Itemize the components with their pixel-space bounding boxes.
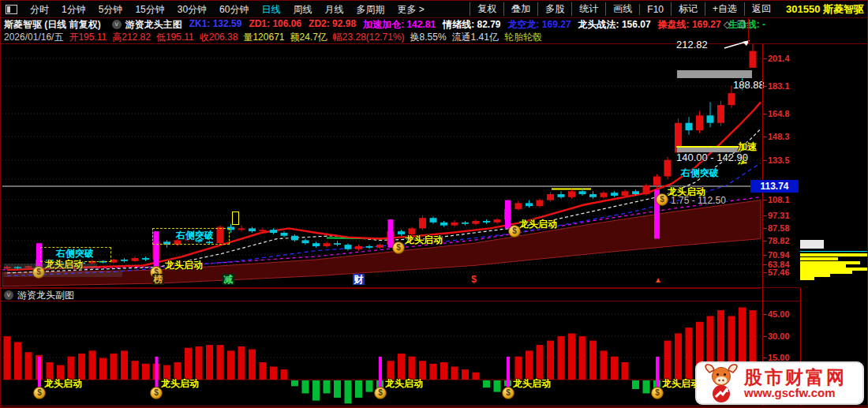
tab-timeframe-4[interactable]: 30分钟 <box>171 4 213 15</box>
indicator-bar <box>537 345 544 380</box>
window-icon[interactable] <box>6 5 17 14</box>
trading-app-window: 分时1分钟5分钟15分钟30分钟60分钟日线周线月线多周期更多 > 复权叠加多股… <box>0 0 868 408</box>
tab-timeframe-3[interactable]: 15分钟 <box>129 4 170 15</box>
toolbar-button-8[interactable]: 返回 <box>744 2 778 16</box>
toolbar-button-1[interactable]: 叠加 <box>503 2 537 16</box>
indicator-bar <box>494 380 501 392</box>
axis-tick <box>763 215 767 216</box>
tab-timeframe-8[interactable]: 月线 <box>318 4 350 15</box>
axis-label: 133.5 <box>768 155 790 165</box>
ohlc-field-1: 高212.82 <box>112 31 151 44</box>
indicator-bar <box>324 380 331 393</box>
ohlc-values: 开195.11高212.82低195.11收206.38量120671额24.7… <box>69 31 548 44</box>
candle <box>345 245 352 249</box>
axis-label: 183.1 <box>768 81 790 91</box>
tab-timeframe-9[interactable]: 多周期 <box>350 4 391 15</box>
arrow-icon <box>724 39 750 54</box>
axis-tick <box>763 160 767 161</box>
indicator-bar <box>196 346 203 380</box>
toolbar-button-5[interactable]: F10 <box>639 4 671 15</box>
tab-timeframe-5[interactable]: 60分钟 <box>213 4 255 15</box>
indicator-bar <box>185 348 192 380</box>
axis-tick <box>763 114 767 114</box>
panes-icon[interactable]: ❐ <box>737 19 746 30</box>
toolbar-button-6[interactable]: 标记 <box>671 2 705 16</box>
candle <box>324 243 331 246</box>
profile-bar <box>800 253 867 256</box>
indicator-bar <box>270 367 277 380</box>
indicator-bar <box>312 380 320 401</box>
indicator-bar <box>291 380 298 386</box>
diamond-icon[interactable]: ◇ <box>724 19 731 30</box>
profile-line-cyan <box>800 251 867 252</box>
collapse-main-icon[interactable]: ˅ <box>112 20 122 29</box>
toolbar-button-4[interactable]: 画线 <box>605 2 639 16</box>
axis-label: 164.8 <box>768 109 790 118</box>
candle <box>419 218 426 228</box>
indicator-bar <box>632 380 639 389</box>
indicator-bar <box>249 350 256 380</box>
indicator-bar <box>686 328 693 380</box>
tab-timeframe-0[interactable]: 分时 <box>24 4 55 15</box>
candle <box>717 105 724 123</box>
axis-label: 148.3 <box>768 132 790 141</box>
indicator-bar <box>611 357 618 380</box>
annotation-text: 龙头启动 <box>44 377 82 391</box>
divider <box>748 18 749 43</box>
stock-code-badge: 301550 斯菱智驱 <box>778 2 868 17</box>
tab-timeframe-2[interactable]: 5分钟 <box>92 4 129 15</box>
toolbar-button-7[interactable]: +自选 <box>705 2 744 16</box>
main-pane-title[interactable]: 游资龙头主图 <box>125 18 182 32</box>
candle <box>249 228 256 231</box>
indicator-values: ZK1: 132.59ZD1: 106.06ZD2: 92.98加速加仓: 14… <box>189 18 773 32</box>
indicator-bar <box>99 358 107 380</box>
indicator-bar <box>302 380 309 393</box>
money-bag-icon: $ <box>651 387 664 399</box>
logo-text: 股市财富网 www.gscfw.com <box>744 368 847 399</box>
ohlc-field-6: 幅23.28(12.71%) <box>333 31 405 44</box>
highlight-bar <box>4 264 97 269</box>
stock-title: 斯菱智驱 (日线 前复权) <box>4 18 101 32</box>
candle <box>302 240 309 243</box>
sub-chart[interactable]: 龙头启动龙头启动龙头启动龙头启动龙头启动$$$$$ <box>2 301 762 406</box>
indicator-bar <box>579 336 586 380</box>
tab-timeframe-7[interactable]: 周线 <box>286 4 318 15</box>
candle <box>270 230 277 233</box>
annotation-text: 龙头启动 <box>662 377 700 391</box>
indicator-bar <box>4 336 11 380</box>
money-bag-icon: $ <box>656 193 668 206</box>
indicator-bar <box>345 380 352 403</box>
main-chart[interactable]: 212.82188.88加速加140.00 - 142.90右侧突破龙头启动$右… <box>2 44 762 287</box>
axis-tick <box>763 357 767 358</box>
money-bag-icon: $ <box>33 387 46 399</box>
annotation-text: 龙头启动 <box>165 259 203 272</box>
tab-timeframe-1[interactable]: 1分钟 <box>55 4 92 15</box>
indicator-bar <box>227 350 234 380</box>
toolbar-button-3[interactable]: 统计 <box>571 2 605 16</box>
candle <box>238 228 245 230</box>
axis-tick <box>763 272 767 273</box>
axis-tick <box>763 228 767 229</box>
indicator-bar <box>664 341 672 380</box>
sub-pane-title[interactable]: 游资龙头副图 <box>17 289 74 302</box>
annotation-text: 龙头启动 <box>161 377 199 391</box>
candle <box>622 191 629 196</box>
indicator-bar <box>409 357 416 380</box>
indicator-bar <box>589 341 597 380</box>
tab-timeframe-10[interactable]: 更多 > <box>391 4 430 15</box>
event-marker: 减 <box>223 274 234 285</box>
profile-bar-white <box>800 240 824 249</box>
indicator-bar <box>281 369 288 380</box>
toolbar-button-0[interactable]: 复权 <box>470 2 503 16</box>
candle <box>696 115 703 130</box>
candle <box>579 191 586 194</box>
indicator-bar <box>110 354 118 380</box>
collapse-sub-icon[interactable]: ˅ <box>4 290 13 300</box>
toolbar-button-2[interactable]: 多股 <box>537 2 571 16</box>
ohlc-field-3: 收206.38 <box>200 31 238 44</box>
annotation-text: ▲ <box>654 275 662 284</box>
tab-timeframe-6[interactable]: 日线 <box>255 4 286 15</box>
indicator-value-0: ZK1: 132.59 <box>189 18 242 32</box>
annotation-text: 龙头启动 <box>405 234 443 247</box>
indicator-value-6: 龙头战法: 156.07 <box>578 18 651 32</box>
